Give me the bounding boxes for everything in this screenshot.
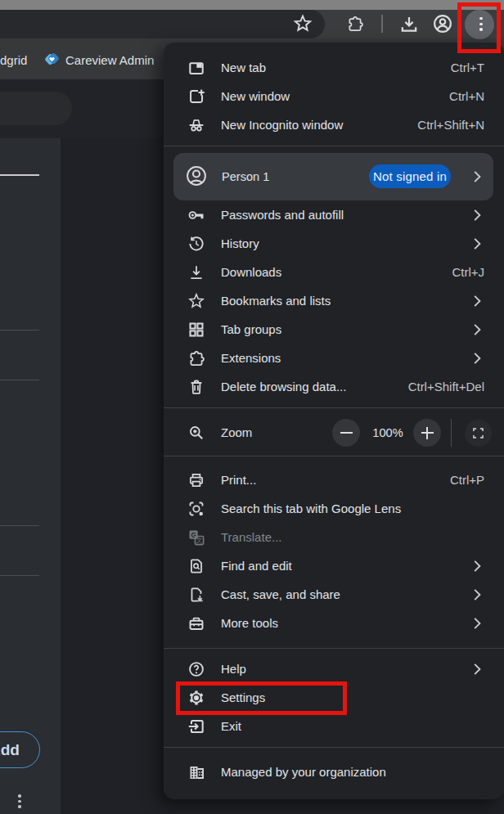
svg-text:文: 文 [196, 537, 203, 544]
